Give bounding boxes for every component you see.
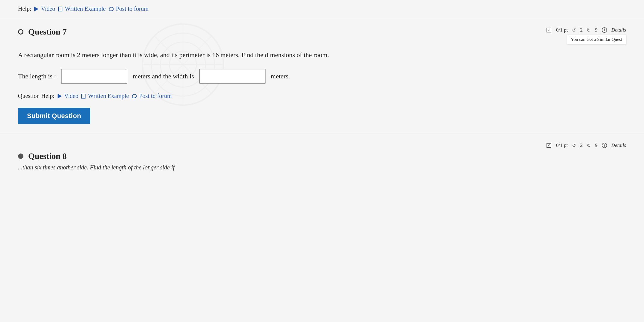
q7-post-forum-link[interactable]: Post to forum bbox=[132, 93, 172, 99]
question-8-number: Question 8 bbox=[28, 151, 67, 161]
question-7-retries: 2 bbox=[580, 27, 583, 33]
question-8-title: Question 8 bbox=[18, 151, 626, 161]
question-7-text: A rectangular room is 2 meters longer th… bbox=[18, 50, 468, 60]
help-label: Help: bbox=[18, 5, 31, 12]
question-8-text: ...than six times another side. Find the… bbox=[18, 164, 626, 171]
play-icon bbox=[34, 7, 38, 11]
question-7-meta: 0/1 pt ↺ 2 ↻ 9 i Details bbox=[547, 27, 626, 33]
width-input[interactable] bbox=[199, 69, 265, 84]
q7-bubble-icon bbox=[132, 94, 137, 98]
retry-icon-2: ↻ bbox=[587, 27, 591, 33]
question-help-row: Question Help: Video Written Example Pos… bbox=[18, 93, 626, 99]
width-input-wrapper bbox=[199, 69, 265, 84]
question-7-bullet bbox=[18, 29, 23, 35]
q7-video-link[interactable]: Video bbox=[58, 93, 79, 99]
answer-suffix: meters. bbox=[271, 72, 290, 80]
svg-line-6 bbox=[154, 36, 212, 93]
checkbox-icon-2 bbox=[547, 143, 551, 148]
answer-prefix: The length is : bbox=[18, 72, 56, 80]
top-post-forum-link[interactable]: Post to forum bbox=[109, 5, 149, 12]
submit-question-button[interactable]: Submit Question bbox=[18, 108, 90, 124]
q7-play-icon bbox=[58, 94, 62, 99]
question-8-details-link[interactable]: Details bbox=[611, 142, 626, 148]
doc-icon bbox=[58, 7, 62, 11]
bubble-icon bbox=[109, 7, 114, 11]
top-written-example-link[interactable]: Written Example bbox=[58, 5, 106, 12]
question-7-details-label: Details bbox=[611, 27, 626, 33]
q7-written-example-link[interactable]: Written Example bbox=[81, 93, 129, 99]
similar-quest-tooltip: You can Get a Similar Quest bbox=[567, 35, 626, 44]
question-8-retries: 2 bbox=[580, 142, 583, 148]
question-7-score: 0/1 pt bbox=[556, 27, 568, 33]
tooltip-text: You can Get a Similar Quest bbox=[571, 37, 622, 42]
q7-doc-icon bbox=[81, 94, 85, 99]
top-video-label: Video bbox=[41, 5, 55, 12]
question-8-meta: 0/1 pt ↺ 2 ↻ 9 i Details bbox=[18, 142, 626, 148]
question-8-score: 0/1 pt bbox=[556, 142, 568, 148]
retry-icon-1: ↺ bbox=[572, 27, 576, 33]
retry-icon-4: ↻ bbox=[587, 143, 591, 148]
question-7-number: Question 7 bbox=[28, 27, 67, 37]
top-video-link[interactable]: Video bbox=[34, 5, 55, 12]
question-7-text-container: A rectangular room is 2 meters longer th… bbox=[18, 50, 468, 60]
question-7-header: Question 7 0/1 pt ↺ 2 ↻ 9 i Details You … bbox=[18, 27, 626, 44]
page-container: Help: Video Written Example Post to foru… bbox=[0, 0, 644, 322]
answer-row: The length is : meters and the width is … bbox=[18, 69, 626, 84]
question-8-bullet bbox=[18, 153, 23, 159]
question-7-attempts: 9 bbox=[595, 27, 598, 33]
question-7-title: Question 7 bbox=[18, 27, 67, 37]
question-7-details-link[interactable]: Details bbox=[611, 27, 626, 33]
question-7-section: Question 7 0/1 pt ↺ 2 ↻ 9 i Details You … bbox=[0, 18, 644, 133]
q7-post-forum-label: Post to forum bbox=[139, 93, 172, 99]
checkbox-icon bbox=[547, 28, 551, 32]
info-icon-2: i bbox=[602, 143, 607, 148]
q7-written-example-label: Written Example bbox=[88, 93, 129, 99]
top-post-forum-label: Post to forum bbox=[116, 5, 149, 12]
top-written-example-label: Written Example bbox=[65, 5, 106, 12]
info-icon-1: i bbox=[602, 27, 607, 33]
retry-icon-3: ↺ bbox=[572, 143, 576, 148]
top-help-bar: Help: Video Written Example Post to foru… bbox=[0, 0, 644, 18]
answer-mid-text: meters and the width is bbox=[133, 72, 194, 80]
length-input-wrapper bbox=[61, 69, 127, 84]
question-8-details-label: Details bbox=[611, 142, 626, 148]
svg-line-7 bbox=[154, 36, 212, 93]
submit-label: Submit Question bbox=[27, 112, 81, 120]
question-8-attempts: 9 bbox=[595, 142, 598, 148]
question-help-label: Question Help: bbox=[18, 93, 55, 99]
question-8-section: 0/1 pt ↺ 2 ↻ 9 i Details Question 8 ...t… bbox=[0, 133, 644, 180]
q7-video-label: Video bbox=[64, 93, 79, 99]
length-input[interactable] bbox=[61, 69, 127, 84]
